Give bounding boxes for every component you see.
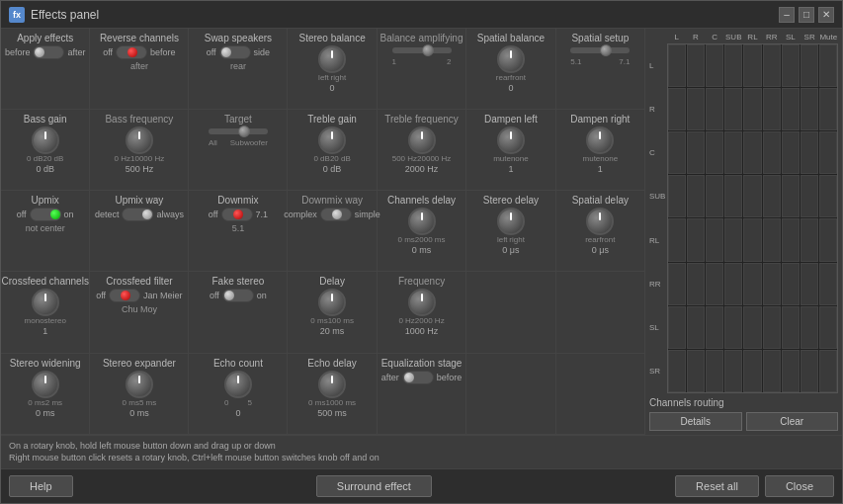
matrix-cell-3-2[interactable] — [706, 175, 723, 217]
matrix-cell-3-7[interactable] — [801, 175, 818, 217]
matrix-cell-3-6[interactable] — [782, 175, 800, 217]
matrix-cell-1-5[interactable] — [763, 88, 781, 130]
clear-button[interactable]: Clear — [746, 412, 839, 431]
matrix-cell-4-7[interactable] — [801, 218, 818, 261]
matrix-cell-4-5[interactable] — [763, 218, 781, 261]
matrix-cell-6-1[interactable] — [687, 306, 705, 349]
close-window-button[interactable]: ✕ — [818, 7, 834, 23]
fake-stereo-toggle[interactable] — [222, 289, 254, 302]
treble-gain-knob[interactable] — [318, 126, 346, 154]
matrix-cell-7-5[interactable] — [763, 350, 781, 392]
matrix-cell-3-1[interactable] — [687, 175, 705, 217]
matrix-cell-0-1[interactable] — [687, 44, 705, 87]
matrix-cell-6-3[interactable] — [724, 306, 742, 349]
balance-amplifying-thumb[interactable] — [422, 44, 434, 56]
close-button[interactable]: Close — [765, 475, 834, 497]
matrix-cell-0-7[interactable] — [801, 44, 818, 87]
matrix-cell-2-1[interactable] — [687, 131, 705, 174]
matrix-cell-1-3[interactable] — [724, 88, 742, 130]
matrix-cell-1-2[interactable] — [706, 88, 723, 130]
dampen-left-knob[interactable] — [497, 126, 525, 154]
matrix-cell-6-5[interactable] — [763, 306, 781, 349]
equalization-toggle[interactable] — [402, 371, 434, 384]
matrix-cell-1-7[interactable] — [801, 88, 818, 130]
delay-knob[interactable] — [318, 289, 346, 316]
stereo-delay-knob[interactable] — [497, 208, 525, 235]
matrix-cell-2-6[interactable] — [782, 131, 800, 174]
crossfeed-channels-knob[interactable] — [32, 289, 59, 316]
stereo-balance-knob[interactable] — [318, 45, 346, 73]
matrix-cell-0-4[interactable] — [743, 44, 761, 87]
matrix-cell-5-5[interactable] — [763, 263, 781, 305]
crossfeed-filter-toggle[interactable] — [109, 289, 140, 302]
matrix-cell-0-2[interactable] — [706, 44, 723, 87]
help-button[interactable]: Help — [9, 475, 73, 497]
matrix-cell-6-4[interactable] — [743, 306, 761, 349]
minimize-button[interactable]: – — [779, 7, 795, 23]
matrix-cell-1-6[interactable] — [782, 88, 800, 130]
spatial-delay-knob[interactable] — [586, 208, 614, 235]
stereo-widening-knob[interactable] — [32, 371, 59, 398]
matrix-cell-1-4[interactable] — [743, 88, 761, 130]
apply-effects-toggle[interactable] — [33, 45, 64, 59]
matrix-cell-6-0[interactable] — [668, 306, 686, 349]
channels-delay-knob[interactable] — [408, 208, 436, 235]
matrix-cell-0-5[interactable] — [763, 44, 781, 87]
reverse-channels-toggle[interactable] — [116, 45, 147, 59]
treble-freq-knob[interactable] — [408, 126, 436, 154]
matrix-cell-7-7[interactable] — [801, 350, 818, 392]
upmix-toggle[interactable] — [30, 208, 61, 221]
matrix-cell-2-8[interactable] — [819, 131, 837, 174]
matrix-cell-4-2[interactable] — [706, 218, 723, 261]
matrix-cell-2-3[interactable] — [724, 131, 742, 174]
spatial-balance-knob[interactable] — [497, 45, 525, 73]
frequency-knob[interactable] — [408, 289, 436, 316]
matrix-cell-6-7[interactable] — [801, 306, 818, 349]
matrix-cell-5-3[interactable] — [724, 263, 742, 305]
matrix-cell-7-4[interactable] — [743, 350, 761, 392]
spatial-setup-thumb[interactable] — [600, 44, 612, 56]
swap-speakers-toggle[interactable] — [219, 45, 251, 59]
matrix-cell-3-3[interactable] — [724, 175, 742, 217]
matrix-cell-4-1[interactable] — [687, 218, 705, 261]
matrix-cell-4-6[interactable] — [782, 218, 800, 261]
matrix-cell-7-8[interactable] — [819, 350, 837, 392]
echo-delay-knob[interactable] — [318, 371, 346, 398]
matrix-cell-1-1[interactable] — [687, 88, 705, 130]
maximize-button[interactable]: □ — [799, 7, 814, 23]
stereo-expander-knob[interactable] — [126, 371, 153, 398]
target-thumb[interactable] — [238, 126, 250, 137]
matrix-cell-2-0[interactable] — [668, 131, 686, 174]
matrix-cell-7-1[interactable] — [687, 350, 705, 392]
details-button[interactable]: Details — [649, 412, 742, 431]
matrix-cell-4-3[interactable] — [724, 218, 742, 261]
matrix-cell-3-0[interactable] — [668, 175, 686, 217]
matrix-cell-0-0[interactable] — [668, 44, 686, 87]
matrix-cell-5-2[interactable] — [706, 263, 723, 305]
matrix-cell-2-4[interactable] — [743, 131, 761, 174]
matrix-cell-3-8[interactable] — [819, 175, 837, 217]
matrix-cell-5-7[interactable] — [801, 263, 818, 305]
matrix-cell-5-6[interactable] — [782, 263, 800, 305]
matrix-cell-2-5[interactable] — [763, 131, 781, 174]
matrix-cell-7-6[interactable] — [782, 350, 800, 392]
matrix-cell-4-8[interactable] — [819, 218, 837, 261]
echo-count-knob[interactable] — [224, 371, 252, 398]
matrix-cell-7-0[interactable] — [668, 350, 686, 392]
surround-effect-button[interactable]: Surround effect — [316, 475, 432, 497]
matrix-cell-5-0[interactable] — [668, 263, 686, 305]
bass-gain-knob[interactable] — [32, 126, 59, 154]
matrix-cell-6-6[interactable] — [782, 306, 800, 349]
matrix-cell-7-3[interactable] — [724, 350, 742, 392]
matrix-cell-7-2[interactable] — [706, 350, 723, 392]
matrix-cell-4-0[interactable] — [668, 218, 686, 261]
matrix-cell-0-3[interactable] — [724, 44, 742, 87]
matrix-cell-3-5[interactable] — [763, 175, 781, 217]
bass-freq-knob[interactable] — [126, 126, 153, 154]
matrix-cell-5-4[interactable] — [743, 263, 761, 305]
matrix-cell-0-8[interactable] — [819, 44, 837, 87]
matrix-cell-5-8[interactable] — [819, 263, 837, 305]
matrix-cell-6-2[interactable] — [706, 306, 723, 349]
matrix-cell-1-0[interactable] — [668, 88, 686, 130]
matrix-cell-6-8[interactable] — [819, 306, 837, 349]
